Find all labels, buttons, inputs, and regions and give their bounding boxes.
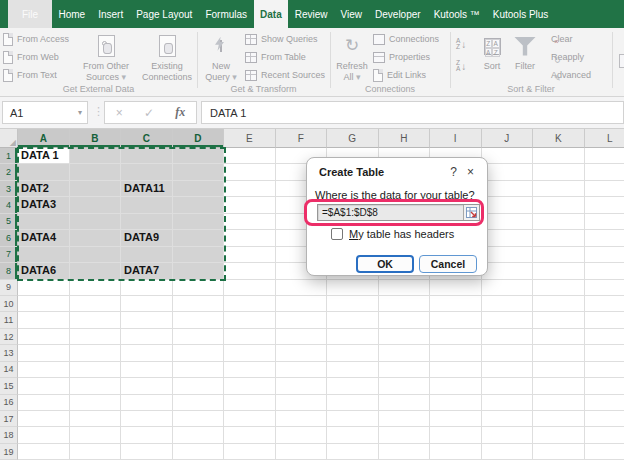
row-header-18[interactable]: 18 [0,427,18,443]
from-text-button[interactable]: From Text [3,67,69,83]
dialog-close-icon[interactable]: × [462,165,479,179]
cell-A17[interactable] [18,411,70,427]
cell-B8[interactable] [70,263,122,279]
cell-B18[interactable] [70,427,122,443]
column-header-D[interactable]: D [173,129,225,148]
cell-A6[interactable]: DATA4 [18,230,70,246]
cell-A14[interactable] [18,362,70,378]
clear-filter-button[interactable]: × Clear [547,31,591,47]
cell-H15[interactable] [379,378,431,394]
cell-K6[interactable] [533,230,585,246]
cell-E5[interactable] [224,214,276,230]
cell-K14[interactable] [533,362,585,378]
cell-F13[interactable] [276,345,328,361]
cell-K2[interactable] [533,164,585,180]
tab-view[interactable]: View [334,0,369,28]
cell-B16[interactable] [70,395,122,411]
cell-A15[interactable] [18,378,70,394]
cell-J9[interactable] [482,280,534,296]
row-header-10[interactable]: 10 [0,296,18,312]
cell-L4[interactable] [585,197,624,213]
cell-D9[interactable] [173,280,225,296]
cell-B7[interactable] [70,247,122,263]
cell-J8[interactable] [482,263,534,279]
cell-J10[interactable] [482,296,534,312]
row-header-9[interactable]: 9 [0,280,18,296]
edit-links-button[interactable]: Edit Links [373,67,439,83]
cell-F9[interactable] [276,280,328,296]
cell-L3[interactable] [585,181,624,197]
cell-J18[interactable] [482,427,534,443]
cell-J14[interactable] [482,362,534,378]
cell-E18[interactable] [224,427,276,443]
cell-C12[interactable] [121,329,173,345]
cell-A8[interactable]: DATA6 [18,263,70,279]
row-header-3[interactable]: 3 [0,181,18,197]
cell-C16[interactable] [121,395,173,411]
cell-D14[interactable] [173,362,225,378]
reapply-button[interactable]: ↻ Reapply [547,49,591,65]
cell-D2[interactable] [173,164,225,180]
existing-connections-button[interactable]: Existing Connections [138,31,196,91]
dialog-help-button[interactable]: ? [445,165,462,179]
cell-E17[interactable] [224,411,276,427]
cell-H10[interactable] [379,296,431,312]
row-header-12[interactable]: 12 [0,329,18,345]
cell-C8[interactable]: DATA7 [121,263,173,279]
cell-A7[interactable] [18,247,70,263]
cell-J1[interactable] [482,148,534,164]
cell-K9[interactable] [533,280,585,296]
cancel-button[interactable]: Cancel [419,255,477,273]
advanced-button[interactable]: ✎ Advanced [547,67,591,83]
row-header-5[interactable]: 5 [0,214,18,230]
cell-B5[interactable] [70,214,122,230]
headers-checkbox-row[interactable]: My table has headers [331,228,454,240]
cell-A5[interactable] [18,214,70,230]
cell-L8[interactable] [585,263,624,279]
cell-L2[interactable] [585,164,624,180]
cell-H18[interactable] [379,427,431,443]
cell-H12[interactable] [379,329,431,345]
cell-L17[interactable] [585,411,624,427]
cell-C2[interactable] [121,164,173,180]
cell-G14[interactable] [327,362,379,378]
cell-A19[interactable] [18,444,70,460]
cell-C10[interactable] [121,296,173,312]
range-selector-button[interactable] [463,205,479,220]
cell-I11[interactable] [430,312,482,328]
cell-H17[interactable] [379,411,431,427]
cell-K4[interactable] [533,197,585,213]
column-header-K[interactable]: K [533,129,585,148]
cell-E9[interactable] [224,280,276,296]
cell-J4[interactable] [482,197,534,213]
column-header-A[interactable]: A [18,129,70,148]
cell-L16[interactable] [585,395,624,411]
cell-G9[interactable] [327,280,379,296]
cell-G11[interactable] [327,312,379,328]
cell-C19[interactable] [121,444,173,460]
cell-J16[interactable] [482,395,534,411]
row-header-4[interactable]: 4 [0,197,18,213]
column-header-B[interactable]: B [70,129,122,148]
cell-L11[interactable] [585,312,624,328]
cell-F17[interactable] [276,411,328,427]
cell-B6[interactable] [70,230,122,246]
cell-J5[interactable] [482,214,534,230]
sort-descending-button[interactable]: ZA ↓ [456,55,466,77]
cell-C11[interactable] [121,312,173,328]
column-header-H[interactable]: H [379,129,431,148]
cell-K16[interactable] [533,395,585,411]
tab-insert[interactable]: Insert [92,0,130,28]
cell-D19[interactable] [173,444,225,460]
sort-button[interactable]: ZA AZ Sort [477,31,507,91]
cell-C1[interactable] [121,148,173,164]
cell-F10[interactable] [276,296,328,312]
cell-B11[interactable] [70,312,122,328]
cell-D17[interactable] [173,411,225,427]
cell-L9[interactable] [585,280,624,296]
cell-B12[interactable] [70,329,122,345]
cell-E6[interactable] [224,230,276,246]
tab-page-layout[interactable]: Page Layout [130,0,199,28]
cell-D4[interactable] [173,197,225,213]
cell-G12[interactable] [327,329,379,345]
